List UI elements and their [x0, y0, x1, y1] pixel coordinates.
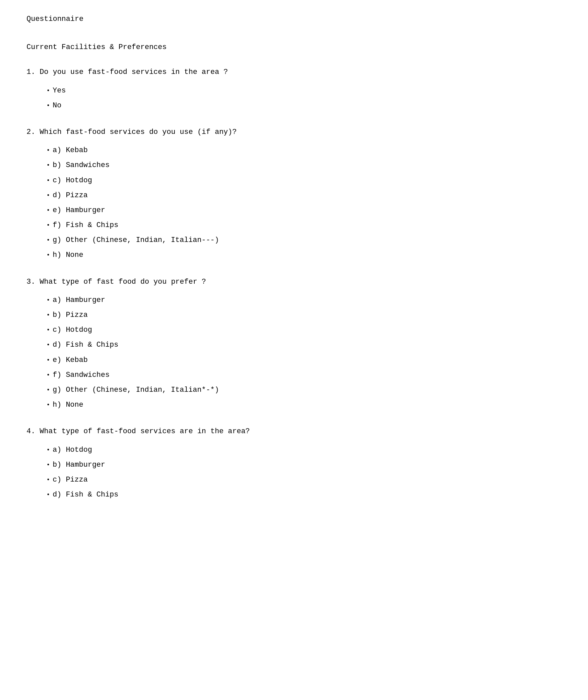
option-text: c) Hotdog: [53, 324, 92, 336]
option-text: b) Hamburger: [53, 459, 105, 471]
list-item: •a) Hamburger: [46, 294, 561, 306]
option-text: h) None: [53, 249, 83, 261]
questions-container: 1. Do you use fast-food services in the …: [27, 66, 561, 500]
list-item: •e) Hamburger: [46, 204, 561, 216]
section-title: Current Facilities & Preferences: [27, 41, 561, 53]
option-text: b) Sandwiches: [53, 159, 110, 171]
option-text: c) Pizza: [53, 474, 88, 486]
bullet-icon: •: [46, 146, 50, 155]
question-3: 3. What type of fast food do you prefer …: [27, 276, 561, 411]
option-text: Yes: [53, 85, 66, 96]
bullet-icon: •: [46, 221, 50, 230]
list-item: •d) Fish & Chips: [46, 489, 561, 500]
option-text: a) Hamburger: [53, 294, 105, 306]
bullet-icon: •: [46, 86, 50, 96]
page-title: Questionnaire: [27, 13, 561, 25]
question-4-text: 4. What type of fast-food services are i…: [27, 426, 561, 437]
bullet-icon: •: [46, 475, 50, 485]
option-text: g) Other (Chinese, Indian, Italian---): [53, 234, 219, 246]
question-4: 4. What type of fast-food services are i…: [27, 426, 561, 500]
bullet-icon: •: [46, 385, 50, 395]
bullet-icon: •: [46, 490, 50, 500]
question-3-options: •a) Hamburger•b) Pizza•c) Hotdog•d) Fish…: [27, 294, 561, 411]
list-item: •a) Kebab: [46, 145, 561, 156]
question-2-text: 2. Which fast-food services do you use (…: [27, 126, 561, 138]
bullet-icon: •: [46, 191, 50, 201]
option-text: a) Hotdog: [53, 444, 92, 456]
list-item: •Yes: [46, 85, 561, 96]
bullet-icon: •: [46, 445, 50, 455]
question-1-options: •Yes•No: [27, 85, 561, 111]
list-item: •f) Fish & Chips: [46, 219, 561, 231]
bullet-icon: •: [46, 236, 50, 245]
question-1: 1. Do you use fast-food services in the …: [27, 66, 561, 111]
question-4-options: •a) Hotdog•b) Hamburger•c) Pizza•d) Fish…: [27, 444, 561, 501]
list-item: •No: [46, 100, 561, 111]
option-text: f) Fish & Chips: [53, 219, 118, 231]
bullet-icon: •: [46, 400, 50, 410]
option-text: d) Pizza: [53, 190, 88, 201]
bullet-icon: •: [46, 325, 50, 335]
list-item: •d) Fish & Chips: [46, 339, 561, 351]
bullet-icon: •: [46, 206, 50, 215]
bullet-icon: •: [46, 340, 50, 350]
question-2: 2. Which fast-food services do you use (…: [27, 126, 561, 261]
list-item: •b) Sandwiches: [46, 159, 561, 171]
bullet-icon: •: [46, 311, 50, 320]
option-text: d) Fish & Chips: [53, 489, 118, 500]
list-item: •b) Pizza: [46, 309, 561, 321]
list-item: •c) Pizza: [46, 474, 561, 486]
list-item: •c) Hotdog: [46, 175, 561, 186]
question-2-options: •a) Kebab•b) Sandwiches•c) Hotdog•d) Piz…: [27, 145, 561, 261]
bullet-icon: •: [46, 251, 50, 260]
list-item: •c) Hotdog: [46, 324, 561, 336]
question-1-text: 1. Do you use fast-food services in the …: [27, 66, 561, 78]
list-item: •b) Hamburger: [46, 459, 561, 471]
list-item: •f) Sandwiches: [46, 369, 561, 381]
bullet-icon: •: [46, 371, 50, 380]
option-text: d) Fish & Chips: [53, 339, 118, 351]
bullet-icon: •: [46, 161, 50, 170]
option-text: b) Pizza: [53, 309, 88, 321]
list-item: •h) None: [46, 399, 561, 411]
list-item: •a) Hotdog: [46, 444, 561, 456]
option-text: e) Kebab: [53, 354, 88, 366]
bullet-icon: •: [46, 296, 50, 305]
option-text: c) Hotdog: [53, 175, 92, 186]
option-text: a) Kebab: [53, 145, 88, 156]
question-3-text: 3. What type of fast food do you prefer …: [27, 276, 561, 288]
option-text: No: [53, 100, 61, 111]
bullet-icon: •: [46, 101, 50, 111]
list-item: •d) Pizza: [46, 190, 561, 201]
bullet-icon: •: [46, 460, 50, 470]
bullet-icon: •: [46, 176, 50, 186]
list-item: •g) Other (Chinese, Indian, Italian---): [46, 234, 561, 246]
bullet-icon: •: [46, 356, 50, 365]
option-text: g) Other (Chinese, Indian, Italian*-*): [53, 384, 219, 396]
option-text: e) Hamburger: [53, 204, 105, 216]
list-item: •h) None: [46, 249, 561, 261]
list-item: •e) Kebab: [46, 354, 561, 366]
option-text: f) Sandwiches: [53, 369, 110, 381]
list-item: •g) Other (Chinese, Indian, Italian*-*): [46, 384, 561, 396]
option-text: h) None: [53, 399, 83, 411]
